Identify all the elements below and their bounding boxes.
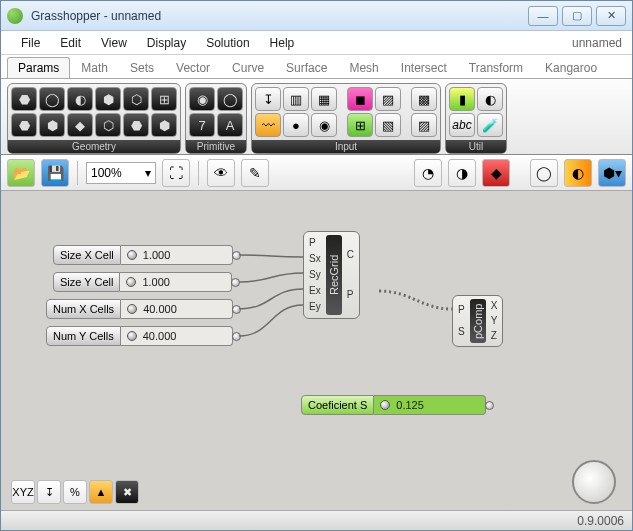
close-button[interactable]: ✕ (596, 6, 626, 26)
maximize-button[interactable]: ▢ (562, 6, 592, 26)
preview-button[interactable]: 👁 (207, 159, 235, 187)
output-grip[interactable] (232, 305, 241, 314)
tab-transform[interactable]: Transform (458, 57, 534, 78)
geom-param-icon[interactable]: ⬢ (39, 113, 65, 137)
input-param-icon[interactable]: ▨ (375, 87, 401, 111)
port-z[interactable]: Z (488, 329, 501, 343)
minimize-button[interactable]: — (528, 6, 558, 26)
util-param-icon[interactable]: ◐ (477, 87, 503, 111)
port-p[interactable]: P (306, 236, 324, 250)
slider-thumb[interactable] (127, 304, 137, 314)
component-recgrid[interactable]: P Sx Sy Ex Ey RecGrid C P (303, 231, 360, 319)
menu-help[interactable]: Help (260, 36, 305, 50)
tab-math[interactable]: Math (70, 57, 119, 78)
prim-param-icon[interactable]: ◉ (189, 87, 215, 111)
tab-sets[interactable]: Sets (119, 57, 165, 78)
input-param-icon[interactable]: ↧ (255, 87, 281, 111)
geom-param-icon[interactable]: ⬡ (123, 87, 149, 111)
tab-surface[interactable]: Surface (275, 57, 338, 78)
output-grip[interactable] (485, 401, 494, 410)
tab-kangaroo[interactable]: Kangaroo (534, 57, 608, 78)
menu-solution[interactable]: Solution (196, 36, 259, 50)
geom-param-icon[interactable]: ⬢ (151, 113, 177, 137)
fire-icon[interactable]: ▲ (89, 480, 113, 504)
output-grip[interactable] (231, 278, 240, 287)
geom-param-icon[interactable]: ⬣ (11, 87, 37, 111)
menu-display[interactable]: Display (137, 36, 196, 50)
geom-param-icon[interactable]: ⊞ (151, 87, 177, 111)
menu-edit[interactable]: Edit (50, 36, 91, 50)
port-ex[interactable]: Ex (306, 284, 324, 298)
shade-red-icon[interactable]: ◆ (482, 159, 510, 187)
input-param-icon[interactable]: ▥ (283, 87, 309, 111)
tab-curve[interactable]: Curve (221, 57, 275, 78)
tab-mesh[interactable]: Mesh (338, 57, 389, 78)
port-p[interactable]: P (455, 303, 468, 317)
input-param-icon[interactable]: ▨ (411, 113, 437, 137)
port-y[interactable]: Y (488, 314, 501, 328)
open-button[interactable]: 📂 (7, 159, 35, 187)
input-param-icon[interactable]: ⊞ (347, 113, 373, 137)
geom-param-icon[interactable]: ⬡ (95, 113, 121, 137)
save-button[interactable]: 💾 (41, 159, 69, 187)
menu-view[interactable]: View (91, 36, 137, 50)
util-param-icon[interactable]: abc (449, 113, 475, 137)
geom-param-icon[interactable]: ◐ (67, 87, 93, 111)
geom-param-icon[interactable]: ⬣ (11, 113, 37, 137)
tab-params[interactable]: Params (7, 57, 70, 78)
input-param-icon[interactable]: ● (283, 113, 309, 137)
titlebar[interactable]: Grasshopper - unnamed — ▢ ✕ (1, 1, 632, 31)
slider-coeficient-s[interactable]: Coeficient S 0.125 (301, 395, 495, 415)
shade-icon[interactable]: ◑ (448, 159, 476, 187)
shade-orange-icon[interactable]: ◐ (564, 159, 592, 187)
input-param-icon[interactable]: 〰 (255, 113, 281, 137)
port-sy[interactable]: Sy (306, 268, 324, 282)
tab-vector[interactable]: Vector (165, 57, 221, 78)
prim-param-icon[interactable]: ◯ (217, 87, 243, 111)
sketch-button[interactable]: ✎ (241, 159, 269, 187)
cancel-icon[interactable]: ✖ (115, 480, 139, 504)
prim-param-icon[interactable]: A (217, 113, 243, 137)
slider-thumb[interactable] (127, 331, 137, 341)
slider-num-y-cells[interactable]: Num Y Cells 40.000 (46, 326, 242, 346)
slider-thumb[interactable] (380, 400, 390, 410)
download-icon[interactable]: ↧ (37, 480, 61, 504)
port-x[interactable]: X (488, 299, 501, 313)
shade-icon[interactable]: ◯ (530, 159, 558, 187)
zoom-extents-button[interactable]: ⛶ (162, 159, 190, 187)
util-param-icon[interactable]: 🧪 (477, 113, 503, 137)
menu-file[interactable]: File (11, 36, 50, 50)
slider-size-x-cell[interactable]: Size X Cell 1.000 (53, 245, 242, 265)
slider-thumb[interactable] (127, 250, 137, 260)
slider-track[interactable]: 0.125 (374, 395, 486, 415)
input-param-icon[interactable]: ◼ (347, 87, 373, 111)
port-p-out[interactable]: P (344, 288, 357, 302)
output-grip[interactable] (232, 332, 241, 341)
port-c[interactable]: C (344, 248, 357, 262)
geom-param-icon[interactable]: ◆ (67, 113, 93, 137)
percent-icon[interactable]: % (63, 480, 87, 504)
port-sx[interactable]: Sx (306, 252, 324, 266)
input-param-icon[interactable]: ◉ (311, 113, 337, 137)
output-grip[interactable] (232, 251, 241, 260)
compass-widget[interactable] (572, 460, 616, 504)
input-param-icon[interactable]: ▩ (411, 87, 437, 111)
port-ey[interactable]: Ey (306, 300, 324, 314)
zoom-select[interactable]: 100%▾ (86, 162, 156, 184)
port-s[interactable]: S (455, 325, 468, 339)
component-pcomp[interactable]: P S pComp X Y Z (452, 295, 503, 347)
shade-icon[interactable]: ◔ (414, 159, 442, 187)
geom-param-icon[interactable]: ⬣ (123, 113, 149, 137)
slider-size-y-cell[interactable]: Size Y Cell 1.000 (53, 272, 241, 292)
geom-param-icon[interactable]: ◯ (39, 87, 65, 111)
slider-track[interactable]: 40.000 (121, 299, 233, 319)
input-param-icon[interactable]: ▦ (311, 87, 337, 111)
slider-num-x-cells[interactable]: Num X Cells 40.000 (46, 299, 242, 319)
tab-intersect[interactable]: Intersect (390, 57, 458, 78)
xyz-icon[interactable]: XYZ (11, 480, 35, 504)
shade-blue-icon[interactable]: ⬢▾ (598, 159, 626, 187)
prim-param-icon[interactable]: 7 (189, 113, 215, 137)
geom-param-icon[interactable]: ⬢ (95, 87, 121, 111)
slider-thumb[interactable] (126, 277, 136, 287)
util-param-icon[interactable]: ▮ (449, 87, 475, 111)
